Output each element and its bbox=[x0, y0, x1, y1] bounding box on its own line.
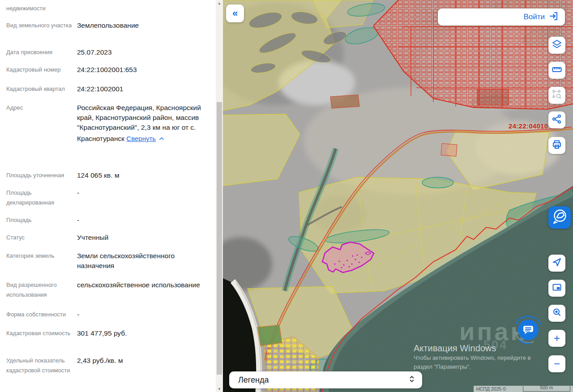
row-value: 124 065 кв. м bbox=[77, 170, 211, 180]
nspd-cadastre-app: { "panel": { "rows": [ {"label": "недвиж… bbox=[0, 0, 573, 392]
plus-icon: + bbox=[554, 332, 560, 345]
geometry-search-button[interactable] bbox=[548, 87, 565, 104]
row-value: - bbox=[77, 215, 211, 225]
row-label: Статус bbox=[6, 233, 73, 243]
row-value: сельскохозяйственное использование bbox=[77, 280, 211, 290]
double-chevron-left-icon: « bbox=[232, 8, 238, 19]
share-icon bbox=[552, 114, 562, 126]
windows-watermark-line2: раздел "Параметры". bbox=[414, 362, 530, 371]
windows-watermark-line1: Чтобы активировать Windows, перейдите в bbox=[414, 354, 530, 362]
area-select-tool-button[interactable] bbox=[548, 206, 571, 229]
row-value: 25.07.2023 bbox=[77, 47, 211, 57]
chevron-up-icon bbox=[158, 136, 165, 142]
row-label: недвижимости bbox=[6, 4, 73, 13]
row-value: 301 477,95 руб. bbox=[77, 328, 211, 338]
windows-activation-watermark: Активация Windows Чтобы активировать Win… bbox=[414, 343, 530, 371]
attribution-text: НСПД 2025 © bbox=[476, 386, 506, 392]
row-label: Площадь уточненная bbox=[6, 170, 73, 180]
legend-toggle[interactable]: Легенда bbox=[229, 371, 422, 388]
chat-button[interactable] bbox=[514, 315, 543, 344]
panel-scrollbar[interactable]: ▲ ▼ bbox=[216, 0, 223, 392]
locate-icon bbox=[552, 257, 562, 269]
row-label: Площадь декларированная bbox=[6, 188, 73, 208]
row-label: Кадастровый номер bbox=[6, 65, 73, 75]
share-button[interactable] bbox=[548, 111, 565, 128]
row-value: 2,43 руб./кв. м bbox=[77, 356, 211, 366]
minus-icon: − bbox=[554, 358, 560, 370]
legend-title: Легенда bbox=[238, 375, 269, 385]
row-label: Форма собственности bbox=[6, 310, 73, 320]
collapse-panel-button[interactable]: « bbox=[226, 4, 244, 22]
row-value: 24:22:1002001 bbox=[77, 84, 211, 94]
row-label: Вид разрешенного использования bbox=[6, 280, 73, 300]
row-value: 24:22:1002001:653 bbox=[77, 65, 211, 75]
print-button[interactable] bbox=[548, 137, 565, 154]
scale-label: 500 m bbox=[523, 385, 570, 390]
map-parcel-number-label: 24:22:04010 bbox=[509, 122, 548, 130]
zoom-in-button[interactable]: + bbox=[548, 330, 565, 347]
overview-map-button[interactable] bbox=[548, 280, 565, 297]
scroll-down-icon[interactable]: ▼ bbox=[216, 386, 223, 392]
area-select-icon bbox=[550, 207, 569, 228]
printer-icon bbox=[552, 139, 562, 152]
overview-map-icon bbox=[552, 282, 562, 294]
scale-bar: 500 m bbox=[523, 386, 570, 392]
ruler-icon bbox=[552, 64, 562, 77]
collapse-address-link[interactable]: Свернуть bbox=[126, 134, 165, 144]
row-label: Категория земель bbox=[6, 251, 73, 261]
scroll-up-icon[interactable]: ▲ bbox=[216, 0, 223, 6]
map-attribution: НСПД 2025 © 500 m bbox=[474, 386, 573, 392]
row-label: Кадастровая стоимость bbox=[6, 328, 73, 338]
login-button[interactable]: Войти bbox=[438, 9, 565, 26]
chat-icon bbox=[518, 320, 539, 340]
ruler-button[interactable] bbox=[548, 62, 565, 79]
address-value: Российская Федерация, Красноярский край,… bbox=[77, 103, 211, 144]
row-label: Вид земельного участка bbox=[6, 21, 73, 30]
row-label: Адрес bbox=[6, 103, 73, 113]
row-value: Учтенный bbox=[77, 233, 211, 243]
row-label: Удельный показатель кадастровой стоимост… bbox=[6, 356, 73, 375]
expand-collapse-icon bbox=[407, 375, 416, 385]
row-value: - bbox=[77, 310, 211, 320]
locate-button[interactable] bbox=[548, 255, 565, 272]
row-label: Площадь bbox=[6, 215, 73, 225]
windows-watermark-title: Активация Windows bbox=[414, 343, 530, 354]
row-value: Земли сельскохозяйственного назначения bbox=[77, 251, 211, 271]
row-value: - bbox=[77, 188, 211, 198]
geometry-search-icon bbox=[552, 89, 562, 102]
login-icon bbox=[549, 11, 559, 23]
layers-button[interactable] bbox=[548, 37, 565, 54]
coordinate-search-button[interactable] bbox=[548, 305, 565, 322]
coordinate-search-icon bbox=[552, 307, 562, 320]
zoom-out-button[interactable]: − bbox=[548, 355, 565, 372]
object-info-panel: недвижимости Вид земельного участкаЗемле… bbox=[0, 0, 217, 392]
layers-icon bbox=[552, 39, 562, 51]
row-label: Кадастровый квартал bbox=[6, 84, 73, 94]
collapse-link-label: Свернуть bbox=[126, 134, 156, 144]
login-label: Войти bbox=[523, 13, 545, 21]
scrollbar-thumb[interactable] bbox=[217, 102, 222, 375]
row-label: Дата присвоения bbox=[6, 47, 73, 57]
row-value: Землепользование bbox=[77, 21, 211, 30]
